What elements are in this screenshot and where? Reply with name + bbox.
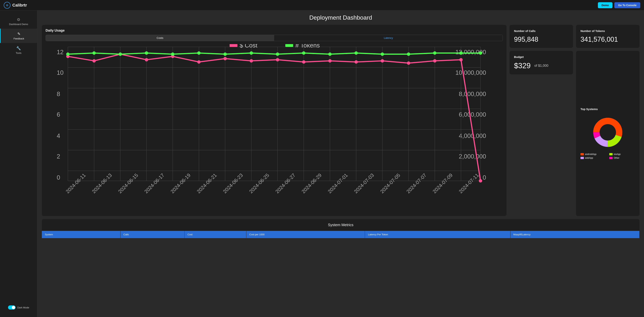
console-button[interactable]: Go To Console bbox=[614, 2, 640, 8]
svg-point-52 bbox=[381, 59, 384, 63]
sidebar: ⊙ Dashboard Demo ✎ Feedback 🔧 Tools Dark… bbox=[0, 11, 37, 317]
tokens-value: 341,576,001 bbox=[580, 36, 635, 43]
svg-text:2024-06-17: 2024-06-17 bbox=[143, 172, 165, 194]
svg-point-46 bbox=[224, 57, 227, 60]
tokens-card: Number of Tokens 341,576,001 bbox=[576, 25, 640, 48]
svg-point-50 bbox=[328, 59, 332, 63]
svg-text:2024-07-11: 2024-07-11 bbox=[458, 172, 480, 194]
svg-text:2024-06-13: 2024-06-13 bbox=[91, 172, 113, 194]
svg-point-64 bbox=[250, 51, 253, 55]
sidebar-label-feedback: Feedback bbox=[14, 37, 24, 40]
tools-icon: 🔧 bbox=[16, 46, 21, 51]
svg-point-69 bbox=[381, 53, 384, 56]
sidebar-item-feedback[interactable]: ✎ Feedback bbox=[0, 29, 37, 43]
svg-point-70 bbox=[407, 53, 410, 56]
svg-point-67 bbox=[328, 53, 332, 56]
svg-text:2024-07-05: 2024-07-05 bbox=[379, 172, 401, 194]
svg-text:2024-07-03: 2024-07-03 bbox=[353, 172, 375, 194]
svg-point-41 bbox=[92, 59, 96, 63]
svg-text:12: 12 bbox=[57, 49, 64, 56]
svg-text:2024-06-15: 2024-06-15 bbox=[117, 172, 139, 194]
col-latency-per-token: Latency Per Token bbox=[365, 231, 510, 238]
svg-text:8,000,000: 8,000,000 bbox=[459, 91, 486, 97]
calls-label: Number of Calls bbox=[514, 29, 568, 33]
svg-text:$ Cost: $ Cost bbox=[240, 44, 258, 49]
middle-stats: Number of Calls 995,848 Budget $329 of $… bbox=[510, 25, 573, 216]
svg-point-49 bbox=[302, 60, 306, 64]
svg-point-65 bbox=[276, 53, 279, 56]
svg-text:2024-06-11: 2024-06-11 bbox=[64, 172, 87, 194]
col-system: System bbox=[42, 231, 120, 238]
tab-latency[interactable]: Latency bbox=[274, 35, 502, 41]
svg-point-45 bbox=[197, 60, 200, 64]
chart-tabs: Costs Latency bbox=[46, 35, 503, 41]
dark-mode-label: Dark Mode bbox=[17, 306, 29, 309]
svg-point-55 bbox=[459, 58, 463, 62]
svg-point-57 bbox=[66, 53, 70, 56]
tab-costs[interactable]: Costs bbox=[46, 35, 274, 41]
svg-text:2024-06-29: 2024-06-29 bbox=[300, 172, 322, 194]
svg-text:10,000,000: 10,000,000 bbox=[455, 69, 486, 76]
svg-text:2024-06-27: 2024-06-27 bbox=[274, 172, 296, 194]
svg-point-53 bbox=[407, 62, 410, 65]
svg-text:2024-07-09: 2024-07-09 bbox=[432, 172, 454, 194]
legend-other: Other bbox=[609, 157, 635, 159]
sidebar-label-dashboard: Dashboard Demo bbox=[9, 23, 28, 26]
svg-text:4: 4 bbox=[57, 132, 60, 139]
demo-button[interactable]: Demo bbox=[598, 2, 612, 8]
svg-point-73 bbox=[479, 51, 482, 55]
svg-point-60 bbox=[145, 51, 148, 55]
calls-card: Number of Calls 995,848 bbox=[510, 25, 573, 48]
svg-point-68 bbox=[354, 51, 358, 55]
top-systems-label: Top Systems bbox=[580, 108, 635, 111]
metrics-section: System Metrics System Calls Cost Cost pe… bbox=[42, 219, 640, 238]
legend-color-web bbox=[580, 157, 584, 159]
svg-text:6: 6 bbox=[57, 111, 60, 118]
right-col: Number of Tokens 341,576,001 Top Systems bbox=[576, 25, 640, 216]
svg-rect-14 bbox=[68, 47, 480, 181]
svg-point-47 bbox=[250, 59, 253, 63]
navbar: ⊙ Calibrtr Demo Go To Console bbox=[0, 0, 644, 11]
dark-mode-toggle[interactable]: Dark Mode bbox=[4, 302, 33, 313]
legend-color-android bbox=[580, 153, 584, 155]
col-cost: Cost bbox=[184, 231, 246, 238]
sidebar-item-tools[interactable]: 🔧 Tools bbox=[0, 43, 37, 57]
svg-point-72 bbox=[459, 51, 463, 55]
chart-title: Daily Usage bbox=[46, 29, 503, 33]
legend-androidapp: androidApp bbox=[580, 153, 606, 156]
svg-point-94 bbox=[600, 124, 616, 141]
toggle-switch[interactable] bbox=[8, 305, 16, 309]
page-title: Deployment Dashboard bbox=[42, 14, 640, 21]
donut-chart bbox=[591, 116, 624, 149]
usage-chart: 12 10 8 6 4 2 0 12,000,000 10,000,000 8,… bbox=[46, 44, 503, 212]
col-maxp95: Maxp95Latency bbox=[510, 231, 640, 238]
svg-text:6,000,000: 6,000,000 bbox=[459, 111, 486, 118]
sidebar-item-dashboard[interactable]: ⊙ Dashboard Demo bbox=[0, 14, 37, 29]
legend-iosapp: iosApp bbox=[609, 153, 635, 156]
brand: ⊙ Calibrtr bbox=[4, 2, 27, 9]
metrics-title: System Metrics bbox=[42, 219, 640, 231]
budget-of: of $1,000 bbox=[534, 64, 548, 68]
svg-point-58 bbox=[92, 51, 96, 55]
legend-color-other bbox=[609, 157, 612, 159]
legend-label-web: webApp bbox=[585, 157, 593, 159]
svg-text:2024-07-01: 2024-07-01 bbox=[327, 172, 349, 194]
navbar-actions: Demo Go To Console bbox=[598, 2, 640, 8]
layout: ⊙ Dashboard Demo ✎ Feedback 🔧 Tools Dark… bbox=[0, 11, 644, 317]
tokens-label: Number of Tokens bbox=[580, 29, 635, 33]
budget-label: Budget bbox=[514, 55, 568, 59]
svg-point-56 bbox=[479, 179, 482, 182]
svg-point-63 bbox=[224, 53, 227, 56]
svg-text:2,000,000: 2,000,000 bbox=[459, 153, 486, 160]
daily-usage-card: Daily Usage Costs Latency bbox=[42, 25, 506, 216]
col-cost-per-1000: Cost per 1000 bbox=[246, 231, 365, 238]
metrics-table: System Calls Cost Cost per 1000 Latency … bbox=[42, 231, 640, 238]
calls-value: 995,848 bbox=[514, 36, 568, 43]
svg-point-71 bbox=[433, 51, 436, 55]
legend-webapp: webApp bbox=[580, 157, 606, 159]
legend-label-ios: iosApp bbox=[614, 153, 621, 156]
main-content: Deployment Dashboard Daily Usage Costs L… bbox=[37, 11, 644, 317]
svg-text:# Tokens: # Tokens bbox=[295, 44, 320, 49]
svg-point-62 bbox=[197, 51, 200, 55]
budget-row: $329 of $1,000 bbox=[514, 62, 568, 70]
